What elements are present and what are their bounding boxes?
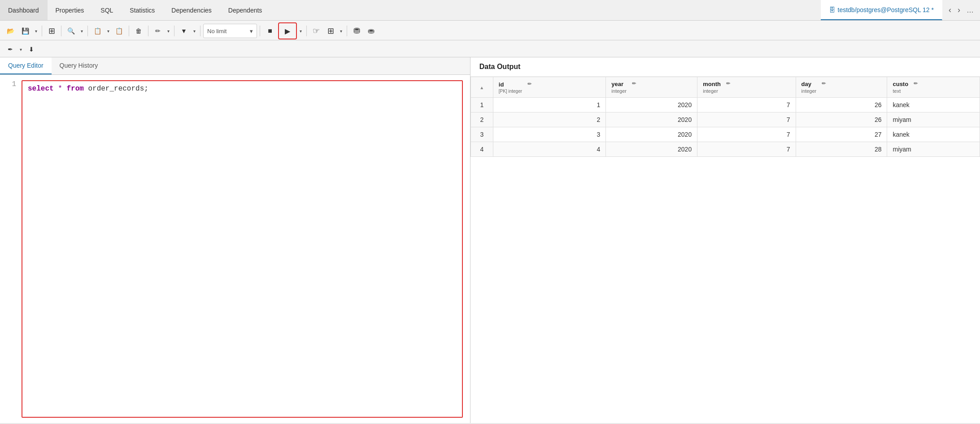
- col-month-type: integer: [703, 88, 721, 94]
- search-icon: 🔍: [67, 27, 75, 35]
- delete-button[interactable]: 🗑: [132, 24, 145, 38]
- table-view-button[interactable]: ⊞: [324, 24, 337, 38]
- copy-icon: 📋: [94, 27, 101, 35]
- cell-month: 7: [697, 142, 796, 157]
- col-day-edit-icon[interactable]: ✏: [822, 81, 826, 87]
- cell-custo: kanek: [887, 98, 980, 112]
- save-button[interactable]: 💾: [18, 24, 32, 38]
- edit-icon: ✏: [155, 27, 161, 35]
- code-content[interactable]: select * from order_records;: [22, 80, 463, 418]
- col-day-type: integer: [801, 88, 817, 94]
- pen-button[interactable]: ✒: [4, 42, 17, 56]
- find-button[interactable]: 🔍: [64, 24, 78, 38]
- paste-button[interactable]: 📋: [112, 24, 126, 38]
- cell-day: 26: [796, 112, 887, 127]
- sep10: [347, 26, 347, 36]
- col-id-badge: [PK] integer: [499, 89, 522, 94]
- download-icon: ⬇: [29, 46, 34, 53]
- paste-icon: 📋: [115, 27, 123, 35]
- play-dropdown[interactable]: ▾: [298, 24, 304, 38]
- cell-month: 7: [697, 127, 796, 142]
- col-year-type: integer: [611, 88, 627, 94]
- edit-dropdown[interactable]: ▾: [166, 24, 171, 38]
- col-year-edit-icon[interactable]: ✏: [632, 81, 636, 87]
- th-month: month integer ✏: [697, 77, 796, 98]
- sep7: [200, 26, 200, 36]
- tab-properties[interactable]: Properties: [48, 0, 93, 20]
- cell-month: 7: [697, 112, 796, 127]
- pen-icon: ✒: [8, 46, 13, 53]
- stack-button[interactable]: ⛃: [350, 24, 363, 38]
- sep3: [87, 26, 88, 36]
- data-table-wrapper[interactable]: ▲ id [PK] integer ✏: [470, 77, 980, 423]
- grid-button[interactable]: ⊞: [45, 24, 58, 38]
- col-id-edit-icon[interactable]: ✏: [527, 81, 531, 87]
- limit-dropdown-icon: ▾: [250, 28, 253, 35]
- play-button[interactable]: ▶: [280, 24, 295, 38]
- tab-sql[interactable]: SQL: [92, 0, 122, 20]
- download-button[interactable]: ⬇: [25, 42, 38, 56]
- col-custo-edit-icon[interactable]: ✏: [914, 81, 918, 87]
- db-tab-label: testdb/postgres@PostgreSQL 12 *: [838, 6, 934, 13]
- cell-day: 28: [796, 142, 887, 157]
- sep5: [148, 26, 148, 36]
- tab-dependencies[interactable]: Dependencies: [163, 0, 220, 20]
- table-header-row: ▲ id [PK] integer ✏: [470, 77, 980, 98]
- col-custo-type: text: [893, 88, 908, 94]
- table-view-dropdown[interactable]: ▾: [338, 24, 344, 38]
- nav-back-arrow[interactable]: ‹: [946, 4, 954, 17]
- code-editor: 1 select * from order_records;: [0, 75, 470, 423]
- toolbar-row1: 📂 💾 ▾ ⊞ 🔍 ▾ 📋 ▾ 📋 🗑 ✏ ▾ ▼ ▾ No limit ▾: [0, 21, 980, 40]
- col-year-name: year: [611, 81, 627, 87]
- tab-dashboard[interactable]: Dashboard: [0, 0, 48, 20]
- cell-day: 26: [796, 98, 887, 112]
- edit-button[interactable]: ✏: [151, 24, 165, 38]
- col-month-edit-icon[interactable]: ✏: [726, 81, 730, 87]
- find-dropdown[interactable]: ▾: [79, 24, 85, 38]
- cell-month: 7: [697, 98, 796, 112]
- th-row-num: ▲: [470, 77, 493, 98]
- filter-icon: ▼: [181, 27, 187, 35]
- limit-select[interactable]: No limit ▾: [203, 24, 257, 38]
- sort-icon: ▲: [479, 85, 484, 90]
- tab-db-connection[interactable]: 🗄 testdb/postgres@PostgreSQL 12 *: [821, 0, 942, 20]
- col-month-name: month: [703, 81, 721, 87]
- sep2: [61, 26, 61, 36]
- table-row: 3 3 2020 7 27 kanek: [470, 127, 980, 142]
- sep4: [129, 26, 129, 36]
- hand-button[interactable]: ☞: [309, 24, 323, 38]
- cell-row-num: 2: [470, 112, 493, 127]
- copy-dropdown[interactable]: ▾: [105, 24, 111, 38]
- stack2-button[interactable]: ⛂: [364, 24, 378, 38]
- copy-button[interactable]: 📋: [91, 24, 105, 38]
- folder-icon: 📂: [7, 27, 14, 35]
- cell-year: 2020: [606, 112, 697, 127]
- code-star: *: [58, 85, 66, 93]
- table-body: 1 1 2020 7 26 kanek 2 2 2020 7 26 miyam …: [470, 98, 980, 157]
- keyword-select: select: [28, 85, 54, 93]
- stop-icon: ■: [268, 27, 272, 35]
- sep1: [42, 26, 42, 36]
- sep8: [260, 26, 260, 36]
- save-dropdown[interactable]: ▾: [33, 24, 39, 38]
- pen-dropdown[interactable]: ▾: [18, 42, 24, 56]
- cell-row-num: 3: [470, 127, 493, 142]
- open-button[interactable]: 📂: [4, 24, 17, 38]
- code-table: order_records;: [88, 85, 148, 93]
- cell-custo: kanek: [887, 127, 980, 142]
- tab-statistics[interactable]: Statistics: [122, 0, 163, 20]
- trash-icon: 🗑: [135, 27, 142, 35]
- nav-expand-icon[interactable]: …: [964, 4, 976, 16]
- stop-button[interactable]: ■: [263, 24, 277, 38]
- nav-arrows: ‹ › …: [942, 0, 980, 20]
- nav-forward-arrow[interactable]: ›: [955, 4, 963, 17]
- data-table: ▲ id [PK] integer ✏: [470, 77, 980, 157]
- filter-dropdown[interactable]: ▾: [192, 24, 197, 38]
- th-year: year integer ✏: [606, 77, 697, 98]
- tab-dependents[interactable]: Dependents: [220, 0, 271, 20]
- col-custo-name: custo: [893, 81, 908, 87]
- data-panel: Data Output ▲ id [PK] integer: [470, 57, 980, 423]
- tab-query-history[interactable]: Query History: [52, 57, 106, 74]
- tab-query-editor[interactable]: Query Editor: [0, 57, 52, 74]
- filter-button[interactable]: ▼: [177, 24, 191, 38]
